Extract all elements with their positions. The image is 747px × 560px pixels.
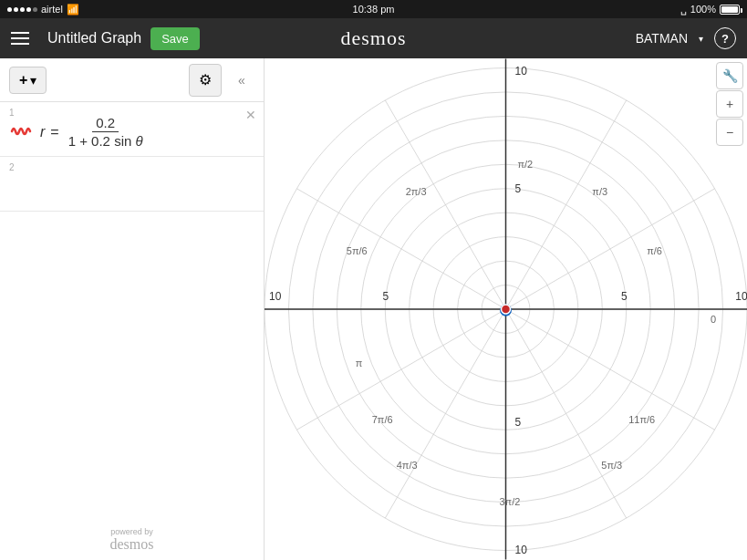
graph-area[interactable]: 🔧 + − .grid-line { stroke: #d0d0d0; stro… — [265, 58, 747, 560]
graph-title: Untitled Graph — [47, 30, 141, 47]
plus-icon: + — [19, 72, 27, 88]
powered-by-section: powered by desmos — [0, 520, 264, 560]
expr-number-2: 2 — [9, 162, 15, 172]
desmos-logo: desmos — [341, 26, 407, 50]
powered-by-text: powered by — [11, 527, 253, 536]
bluetooth-icon: ␣ — [680, 4, 687, 16]
battery-level: 100% — [690, 4, 716, 15]
polar-graph: .grid-line { stroke: #d0d0d0; stroke-wid… — [265, 58, 747, 560]
y-label-5-neg: 5 — [514, 416, 521, 429]
angle-0: 0 — [711, 314, 716, 325]
zoom-in-button[interactable]: + — [716, 90, 743, 118]
angle-5pi6: 5π/6 — [347, 245, 368, 256]
angle-3pi2: 3π/2 — [500, 496, 521, 507]
angle-11pi6: 11π/6 — [628, 414, 655, 425]
left-panel: + ▾ ⚙ « 1 — [0, 58, 265, 560]
angle-4pi3: 4π/3 — [397, 460, 418, 471]
expr-number-1: 1 — [9, 108, 15, 118]
battery-icon — [720, 5, 740, 15]
status-right: ␣ 100% — [680, 4, 740, 16]
angle-pi6: π/6 — [647, 245, 662, 256]
x-label-10-right: 10 — [735, 290, 747, 303]
wave-icon — [10, 120, 32, 145]
signal-dots — [7, 7, 37, 12]
angle-5pi3: 5π/3 — [601, 460, 622, 471]
save-button[interactable]: Save — [150, 27, 200, 50]
expression-list: 1 r = 0.2 1 + 0.2 sin — [0, 102, 264, 520]
expression-item-2[interactable]: 2 — [0, 157, 264, 212]
expression-item-1[interactable]: 1 r = 0.2 1 + 0.2 sin — [0, 102, 264, 157]
panel-toolbar: + ▾ ⚙ « — [0, 58, 264, 102]
angle-2pi3: 2π/3 — [406, 186, 427, 197]
username[interactable]: BATMAN — [636, 31, 688, 46]
graph-tools: 🔧 + − — [712, 58, 747, 150]
settings-button[interactable]: ⚙ — [189, 64, 222, 97]
wrench-button[interactable]: 🔧 — [716, 62, 743, 89]
x-label-10-left: 10 — [269, 290, 282, 303]
delete-expression-button[interactable]: ✕ — [245, 108, 256, 122]
expression-formula-1[interactable]: r = 0.2 1 + 0.2 sin θ — [40, 109, 254, 149]
status-time: 10:38 pm — [353, 4, 395, 15]
angle-pi: π — [356, 358, 363, 368]
user-dropdown-arrow[interactable]: ▾ — [699, 34, 703, 44]
wifi-icon: 📶 — [67, 4, 79, 16]
status-bar: airtel 📶 10:38 pm ␣ 100% — [0, 0, 747, 18]
collapse-panel-button[interactable]: « — [229, 67, 254, 93]
carrier-name: airtel — [41, 4, 63, 15]
y-label-10-top: 10 — [514, 65, 527, 78]
expression-color-icon-1 — [9, 121, 33, 145]
add-expression-button[interactable]: + ▾ — [9, 67, 47, 94]
top-nav: Untitled Graph Save desmos BATMAN ▾ ? — [0, 18, 747, 58]
user-section: BATMAN ▾ ? — [636, 27, 736, 49]
help-button[interactable]: ? — [714, 27, 736, 49]
y-label-5: 5 — [514, 182, 521, 195]
main-content: + ▾ ⚙ « 1 — [0, 58, 747, 560]
angle-pi2: π/2 — [517, 159, 533, 170]
center-point — [502, 305, 511, 314]
zoom-out-button[interactable]: − — [716, 119, 743, 146]
angle-7pi6: 7π/6 — [372, 414, 393, 425]
desmos-brand: desmos — [110, 536, 154, 552]
x-label-5: 5 — [621, 290, 628, 303]
y-label-10-bottom: 10 — [514, 544, 527, 556]
chevrons-left-icon: « — [238, 73, 245, 88]
menu-button[interactable] — [11, 26, 36, 51]
x-label-5-neg: 5 — [382, 290, 389, 303]
formula-equals-sign: = — [50, 124, 58, 140]
formula-r-equals: r — [40, 124, 45, 140]
add-chevron: ▾ — [30, 73, 36, 88]
status-left: airtel 📶 — [7, 4, 79, 16]
fraction: 0.2 1 + 0.2 sin θ — [65, 115, 147, 149]
gear-icon: ⚙ — [199, 71, 212, 88]
angle-pi3: π/3 — [592, 186, 607, 197]
